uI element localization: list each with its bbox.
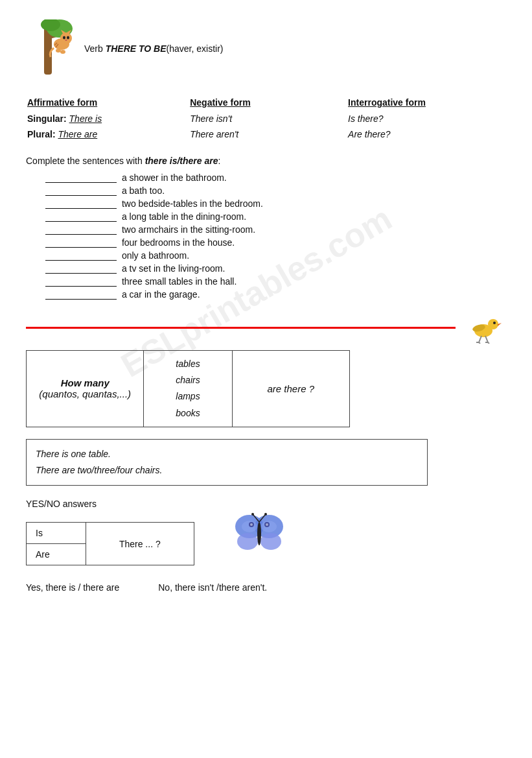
- plural-affirmative: Plural: There are: [27, 127, 189, 141]
- svg-point-16: [488, 319, 498, 329]
- svg-point-40: [266, 523, 268, 526]
- blank-2[interactable]: [45, 195, 117, 196]
- svg-point-35: [251, 513, 254, 515]
- svg-point-32: [257, 522, 261, 545]
- svg-point-31: [261, 521, 277, 532]
- svg-line-21: [485, 336, 488, 342]
- svg-point-13: [56, 49, 61, 53]
- list-item: four bedrooms in the house.: [45, 237, 506, 248]
- list-item: three small tables in the hall.: [45, 276, 506, 287]
- svg-point-5: [60, 32, 72, 44]
- blank-3[interactable]: [45, 208, 117, 209]
- list-item: a bath too.: [45, 185, 506, 196]
- answer-line1: There is one table.: [36, 446, 418, 462]
- list-item: only a bathroom.: [45, 250, 506, 261]
- list-item: two bedside-tables in the bedroom.: [45, 198, 506, 209]
- svg-point-14: [60, 50, 65, 54]
- svg-point-29: [260, 533, 281, 550]
- svg-point-39: [250, 523, 253, 526]
- svg-point-30: [242, 521, 257, 532]
- plural-negative: There aren't: [190, 127, 347, 141]
- cat-icon: [26, 19, 78, 78]
- are-there-cell: are there ?: [232, 351, 349, 427]
- final-answers-row: Yes, there is / there are No, there isn'…: [26, 582, 506, 593]
- is-cell: Is: [27, 523, 86, 544]
- singular-affirmative: Singular: There is: [27, 112, 189, 126]
- svg-line-20: [479, 336, 481, 342]
- how-many-cell: How many (quantos, quantas,...): [27, 351, 144, 427]
- exercise-instruction: Complete the sentences with there is/the…: [26, 156, 506, 166]
- yes-answer: Yes, there is / there are: [26, 582, 119, 593]
- blank-4[interactable]: [45, 221, 117, 222]
- svg-line-25: [488, 342, 489, 344]
- blank-10[interactable]: [45, 299, 117, 300]
- divider-row: [26, 311, 506, 344]
- singular-interrogative: Is there?: [348, 112, 505, 126]
- list-item: a shower in the bathroom.: [45, 172, 506, 183]
- grammar-table: Affirmative form Negative form Interroga…: [26, 93, 506, 143]
- svg-point-8: [63, 36, 65, 40]
- svg-line-23: [479, 342, 480, 344]
- there-question-cell: There ... ?: [86, 523, 194, 565]
- no-answer: No, there isn't /there aren't.: [158, 582, 267, 593]
- svg-point-9: [67, 36, 69, 40]
- list-item: a tv set in the living-room.: [45, 263, 506, 274]
- butterfly-icon: [233, 510, 285, 556]
- exercise-list: a shower in the bathroom. a bath too. tw…: [45, 172, 506, 300]
- blank-5[interactable]: [45, 234, 117, 235]
- items-cell: tableschairslampsbooks: [144, 351, 232, 427]
- how-many-table: How many (quantos, quantas,...) tablesch…: [26, 350, 350, 427]
- divider-line: [26, 327, 456, 329]
- blank-7[interactable]: [45, 260, 117, 261]
- svg-point-18: [493, 322, 496, 324]
- answer-line2: There are two/three/four chairs.: [36, 462, 418, 479]
- answer-box: There is one table. There are two/three/…: [26, 439, 428, 486]
- blank-6[interactable]: [45, 247, 117, 248]
- butterfly-wrap: Is There ... ? Are: [26, 517, 506, 576]
- svg-point-10: [65, 40, 67, 41]
- are-cell: Are: [27, 544, 86, 565]
- page-title: Verb THERE TO BE(haver, existir): [84, 43, 224, 54]
- blank-9[interactable]: [45, 286, 117, 287]
- blank-1[interactable]: [45, 182, 117, 183]
- svg-point-36: [264, 513, 267, 515]
- grammar-col3-header: Interrogative form: [348, 95, 505, 110]
- yesno-section: YES/NO answers Is There ... ? Are: [26, 499, 506, 576]
- grammar-col2-header: Negative form: [190, 95, 347, 110]
- is-are-table: Is There ... ? Are: [26, 522, 194, 565]
- yesno-label: YES/NO answers: [26, 499, 506, 509]
- singular-negative: There isn't: [190, 112, 347, 126]
- header-row: Verb THERE TO BE(haver, existir): [26, 19, 506, 78]
- list-item: a car in the garage.: [45, 289, 506, 300]
- list-item: two armchairs in the sitting-room.: [45, 224, 506, 235]
- blank-8[interactable]: [45, 273, 117, 274]
- bird-icon: [461, 311, 506, 344]
- grammar-col1-header: Affirmative form: [27, 95, 189, 110]
- plural-interrogative: Are there?: [348, 127, 505, 141]
- list-item: a long table in the dining-room.: [45, 211, 506, 222]
- svg-point-28: [237, 533, 258, 550]
